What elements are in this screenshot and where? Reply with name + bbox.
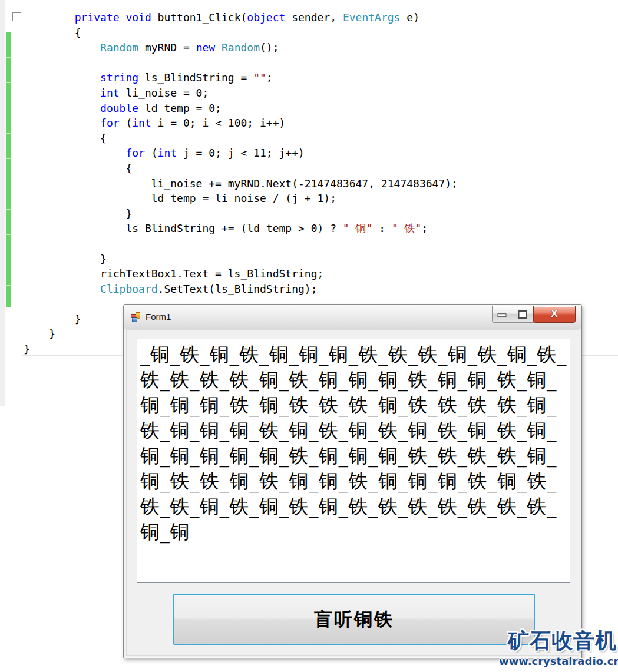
code-line: { xyxy=(24,25,458,41)
code-line: li_noise += myRND.Next(-2147483647, 2147… xyxy=(24,176,458,191)
code-line: { xyxy=(24,131,458,146)
minimize-button[interactable] xyxy=(492,306,511,323)
code-line xyxy=(24,236,458,251)
code-line: ls_BlindString += (ld_temp > 0) ? "_铜" :… xyxy=(24,221,458,236)
code-line: for (int i = 0; i < 100; i++) xyxy=(24,115,458,131)
fold-guide-line-top xyxy=(52,0,52,8)
code-line: private void button1_Click(object sender… xyxy=(24,10,458,25)
richtextbox-line: 铜_铁_铁_铜_铁_铜_铜_铁_铜_铜_铜_铁_铜_铁_ xyxy=(140,468,569,494)
code-line: int li_noise = 0; xyxy=(24,85,458,101)
close-button[interactable]: X xyxy=(533,306,576,323)
form-app-icon xyxy=(131,312,141,322)
code-line: richTextBox1.Text = ls_BlindString; xyxy=(24,266,458,282)
close-icon: X xyxy=(534,308,575,320)
blind-listen-button[interactable]: 盲听铜铁 xyxy=(173,594,535,645)
code-line: Random myRND = new Random(); xyxy=(24,40,458,55)
richtextbox-line: 铁_铁_铁_铁_铜_铁_铜_铜_铜_铁_铜_铜_铁_铜_ xyxy=(140,367,569,392)
blind-listen-button-label: 盲听铜铁 xyxy=(314,607,394,632)
form-icon-blue-block xyxy=(132,317,137,322)
fold-guide-line xyxy=(18,21,18,320)
code-line: Clipboard.SetText(ls_BlindString); xyxy=(24,282,458,297)
screenshot-page: − private void button1_Click(object send… xyxy=(0,0,618,672)
editor-indicator-margin xyxy=(0,0,5,406)
fold-guide-end xyxy=(18,349,22,349)
code-line xyxy=(24,55,458,71)
fold-guide-end xyxy=(18,320,22,320)
richtextbox-line: 铜_铜_铜_铜_铜_铁_铜_铜_铜_铁_铁_铁_铁_铜_ xyxy=(140,443,569,468)
richtextbox-line: 铁_铜_铜_铜_铁_铜_铁_铜_铁_铜_铁_铜_铁_铜_ xyxy=(140,418,569,443)
form1-client-area: _铜_铁_铜_铁_铜_铜_铜_铁_铁_铁_铜_铁_铜_铁_铁_铁_铁_铁_铜_铁… xyxy=(126,329,579,656)
minimize-icon xyxy=(497,313,506,317)
change-tracking-bar xyxy=(6,32,11,307)
code-line: } xyxy=(24,251,458,267)
code-line: for (int j = 0; j < 11; j++) xyxy=(24,145,458,161)
code-line: ld_temp = li_noise / (j + 1); xyxy=(24,191,458,206)
fold-guide-line xyxy=(18,323,18,335)
fold-guide-end xyxy=(18,335,22,335)
fold-guide-line xyxy=(18,338,18,349)
richtextbox-line: 铜_铜 xyxy=(140,519,569,544)
richtextbox-output[interactable]: _铜_铁_铜_铁_铜_铜_铜_铁_铁_铁_铜_铁_铜_铁_铁_铁_铁_铁_铜_铁… xyxy=(137,339,570,583)
fold-collapse-icon[interactable]: − xyxy=(12,12,21,21)
form1-titlebar[interactable]: Form1 X xyxy=(124,305,581,329)
maximize-button[interactable] xyxy=(511,306,534,323)
richtextbox-line: 铜_铜_铜_铁_铜_铁_铁_铁_铜_铁_铁_铁_铁_铜_ xyxy=(140,392,569,418)
richtextbox-line: _铜_铁_铜_铁_铜_铜_铜_铁_铁_铁_铜_铁_铜_铁_ xyxy=(140,342,569,367)
window-title: Form1 xyxy=(146,312,171,322)
caption-buttons: X xyxy=(493,306,576,323)
code-line: double ld_temp = 0; xyxy=(24,101,458,116)
code-line: { xyxy=(24,161,458,176)
maximize-icon xyxy=(518,310,527,319)
code-line: string ls_BlindString = ""; xyxy=(24,70,458,85)
code-line: } xyxy=(24,206,458,221)
form1-window: Form1 X _铜_铁_铜_铁_铜_铜_铜_铁_铁_铁_铜_铁_铜_铁_铁_铁… xyxy=(123,304,582,658)
richtextbox-line: 铁_铁_铜_铁_铜_铁_铜_铁_铁_铁_铁_铁_铁_铁_ xyxy=(140,494,569,519)
